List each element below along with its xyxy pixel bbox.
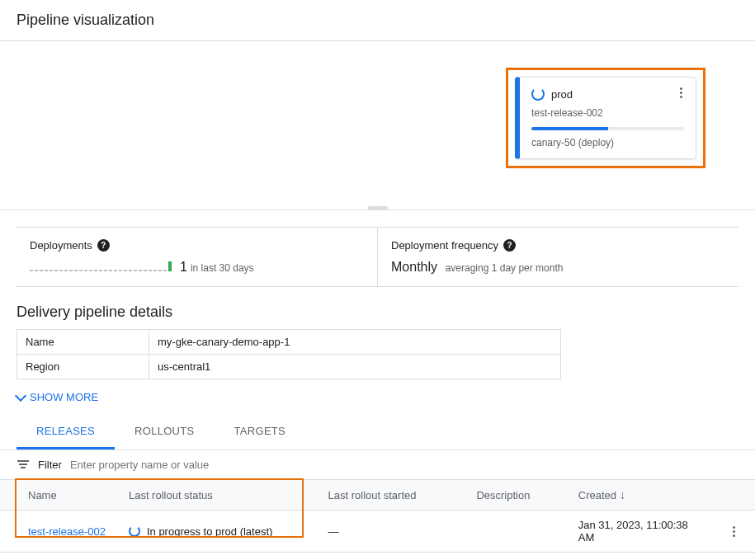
started-cell: Jan 30, 2023, 4:54:33 PM [319,553,467,561]
deploy-count: 1 [180,260,187,275]
details-region-value: us-central1 [149,355,561,379]
help-icon[interactable]: ? [503,239,516,252]
details-name-label: Name [17,330,149,355]
target-name: prod [551,88,573,101]
spinner-icon [531,87,545,101]
tab-rollouts[interactable]: ROLLOUTS [115,415,214,449]
tab-targets[interactable]: TARGETS [215,415,306,449]
show-more-button[interactable]: SHOW MORE [0,379,755,415]
status-text: In progress to prod (latest) [147,525,272,538]
releases-table: Name Last rollout status Last rollout st… [0,479,755,560]
frequency-metric: Deployment frequency ? Monthly averaging… [377,228,738,286]
frequency-detail: averaging 1 day per month [446,262,564,274]
chevron-down-icon [15,389,26,401]
deploy-period: in last 30 days [191,262,254,274]
filter-icon[interactable] [17,460,30,470]
th-name[interactable]: Name [0,480,119,511]
kebab-icon[interactable] [727,525,740,538]
table-row: test-release-001 Successfully deployed t… [0,553,755,561]
details-name-value: my-gke-canary-demo-app-1 [149,330,561,355]
started-cell: — [319,511,467,553]
details-region-label: Region [17,355,149,379]
page-title: Pipeline visualization [0,0,755,40]
release-link[interactable]: test-release-002 [28,525,106,538]
show-more-label: SHOW MORE [30,391,98,403]
created-cell: Jan 31, 2023, 11:00:38 AM [569,511,713,553]
highlight-box: prod test-release-002 canary-50 (deploy) [506,68,705,168]
tabs: RELEASES ROLLOUTS TARGETS [0,415,755,450]
description-cell [466,511,568,553]
details-title: Delivery pipeline details [0,304,755,329]
deployments-metric: Deployments ? 1 in last 30 days [17,228,377,286]
th-description[interactable]: Description [466,480,568,511]
spinner-icon [129,525,140,537]
filter-bar: Filter [0,450,755,479]
filter-input[interactable] [70,459,738,471]
deployments-label: Deployments [30,239,92,252]
kebab-icon[interactable] [674,86,687,99]
progress-bar [531,127,684,130]
frequency-value: Monthly [391,260,437,274]
drag-handle[interactable] [368,206,388,209]
table-row: test-release-002 In progress to prod (la… [0,511,755,553]
description-cell [466,553,568,561]
target-card-prod[interactable]: prod test-release-002 canary-50 (deploy) [515,77,696,159]
pipeline-visualization: prod test-release-002 canary-50 (deploy) [0,41,755,210]
created-cell: Jan 30, 2023, 3:07:35 PM [569,553,713,561]
help-icon[interactable]: ? [97,239,110,252]
th-actions [713,480,755,511]
th-status[interactable]: Last rollout status [119,480,319,511]
deploy-sparkline [30,260,172,271]
target-phase: canary-50 (deploy) [531,137,684,148]
th-created[interactable]: Created [569,480,713,511]
th-started[interactable]: Last rollout started [319,480,467,511]
tab-releases[interactable]: RELEASES [17,415,115,449]
details-table: Name my-gke-canary-demo-app-1 Region us-… [17,329,561,379]
sort-desc-icon [620,488,625,501]
filter-label: Filter [38,459,62,471]
target-release: test-release-002 [531,107,684,119]
frequency-label: Deployment frequency [391,239,498,252]
